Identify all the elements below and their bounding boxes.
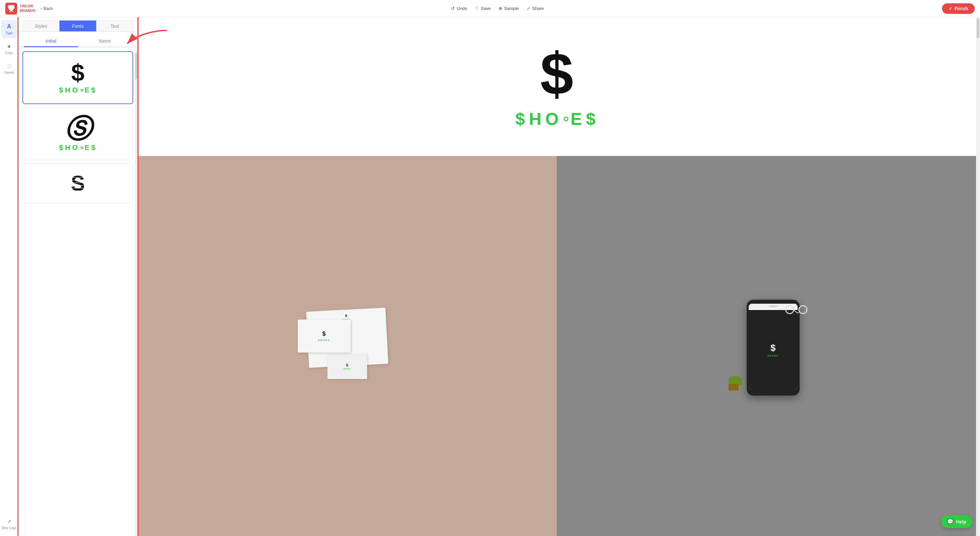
top-navigation: TAILOR BRANDS ‹ Back ↺ Undo ♡ Save ⊕ Sam… bbox=[0, 0, 980, 17]
main-scroll-thumb bbox=[977, 19, 979, 38]
type-icon: A bbox=[7, 23, 11, 30]
checkmark-icon: ✓ bbox=[948, 6, 953, 11]
mockup-row: $ $HOE$ $ $HOE$ $ $HOE$ bbox=[137, 156, 976, 536]
share-button[interactable]: ⤢ Share bbox=[527, 6, 544, 11]
undo-button[interactable]: ↺ Undo bbox=[451, 6, 467, 11]
share-icon: ⤢ bbox=[527, 6, 530, 11]
logo-card-1[interactable]: $ $HOE$ bbox=[22, 51, 133, 104]
sample-icon: ⊕ bbox=[499, 6, 502, 11]
heart-saved-icon: ♡ bbox=[7, 63, 11, 69]
nav-center: ↺ Undo ♡ Save ⊕ Sample ⤢ Share bbox=[451, 6, 544, 11]
logo-text-1: $HOE$ bbox=[59, 86, 97, 94]
brand-logo-icon bbox=[5, 3, 17, 14]
undo-icon: ↺ bbox=[451, 6, 455, 11]
logo-list: $ $HOE$ Ⓢ $HOE$ S bbox=[19, 47, 137, 536]
chat-icon: 💬 bbox=[947, 519, 954, 525]
new-logo-icon: ↗ bbox=[7, 519, 11, 525]
sub-tab-bar: Initial Name bbox=[19, 32, 137, 47]
sample-button[interactable]: ⊕ Sample bbox=[499, 6, 519, 11]
arrow-indicator bbox=[124, 27, 170, 55]
earphones-decoration bbox=[783, 303, 810, 329]
preview-area: $ $ H O E $ $ $HOE$ bbox=[137, 17, 976, 536]
sidebar-item-saved[interactable]: ♡ Saved bbox=[1, 59, 17, 78]
sidebar-item-color[interactable]: ● Color bbox=[1, 40, 17, 58]
plant-decoration bbox=[727, 376, 743, 396]
logo-card-3[interactable]: S bbox=[22, 164, 133, 203]
tab-fonts[interactable]: Fonts bbox=[59, 21, 97, 32]
scrollbar-thumb bbox=[135, 53, 137, 79]
stationery-items: $ $HOE$ $ $HOE$ $ $HOE$ bbox=[294, 310, 400, 382]
red-arrow-icon bbox=[124, 27, 170, 54]
logo-symbol-1: $ bbox=[71, 61, 84, 84]
nav-left: TAILOR BRANDS ‹ Back bbox=[5, 3, 53, 14]
brand-logo: TAILOR BRANDS bbox=[5, 3, 35, 14]
sub-tab-initial[interactable]: Initial bbox=[24, 36, 78, 47]
logo-symbol-3: S bbox=[67, 170, 89, 197]
logo-card-2[interactable]: Ⓢ $HOE$ bbox=[22, 107, 133, 160]
business-card-stack: $ $HOE$ bbox=[328, 354, 367, 379]
preview-bullet-icon bbox=[564, 117, 568, 121]
icon-sidebar: A Type ● Color ♡ Saved ↗ New Logo bbox=[0, 17, 19, 536]
finish-button[interactable]: ✓ Finish bbox=[942, 3, 975, 14]
logo-symbol-2: Ⓢ bbox=[65, 116, 91, 142]
heart-icon: ♡ bbox=[475, 6, 479, 11]
phone-device: Instagram $ $HOE$ bbox=[733, 290, 800, 402]
logo-text-2: $HOE$ bbox=[59, 143, 97, 152]
panel-scrollbar[interactable] bbox=[135, 50, 137, 536]
brand-name-text: TAILOR BRANDS bbox=[20, 4, 35, 13]
back-button[interactable]: ‹ Back bbox=[41, 6, 53, 11]
preview-text-big: $ H O E $ bbox=[515, 109, 598, 129]
main-scrollbar[interactable] bbox=[976, 17, 980, 536]
save-button[interactable]: ♡ Save bbox=[475, 6, 491, 11]
sidebar-item-new-logo[interactable]: ↗ New Logo bbox=[1, 515, 17, 533]
svg-point-5 bbox=[799, 306, 807, 313]
preview-symbol-big: $ bbox=[540, 44, 573, 104]
color-icon: ● bbox=[7, 43, 11, 50]
tab-bar: Styles Fonts Text bbox=[19, 17, 137, 32]
logo-preview-main: $ $ H O E $ bbox=[137, 17, 976, 156]
sidebar-item-type[interactable]: A Type bbox=[1, 20, 17, 38]
main-area: A Type ● Color ♡ Saved ↗ New Logo bbox=[0, 17, 980, 536]
stationery-mockup: $ $HOE$ $ $HOE$ $ $HOE$ bbox=[137, 156, 557, 536]
svg-point-4 bbox=[786, 306, 794, 313]
left-panel: Styles Fonts Text Initial Name $ $HOE$ Ⓢ… bbox=[19, 17, 137, 536]
business-card-front: $ $HOE$ bbox=[298, 320, 350, 353]
phone-mockup: Instagram $ $HOE$ bbox=[557, 156, 976, 536]
back-chevron-icon: ‹ bbox=[41, 6, 42, 11]
tab-styles[interactable]: Styles bbox=[22, 21, 59, 32]
help-button[interactable]: 💬 Help bbox=[941, 515, 972, 528]
bullet-icon-1 bbox=[81, 89, 83, 92]
bullet-icon-2 bbox=[81, 146, 83, 149]
